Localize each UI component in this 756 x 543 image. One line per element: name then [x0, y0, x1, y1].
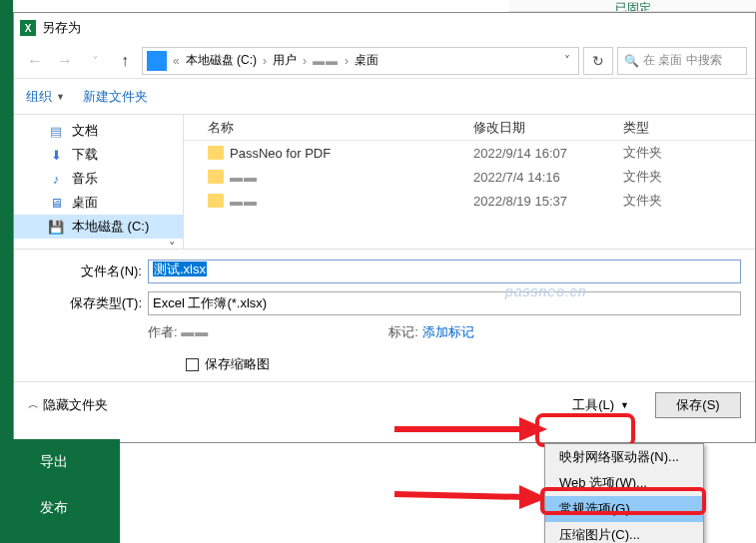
folder-icon — [208, 146, 224, 160]
author-value[interactable]: ▬▬ — [181, 324, 209, 339]
drive-icon: 💾 — [48, 219, 64, 235]
hide-folders-toggle[interactable]: ︿ 隐藏文件夹 — [28, 396, 108, 414]
file-row[interactable]: ▬▬ 2022/8/19 15:37 文件夹 — [184, 189, 755, 213]
download-icon: ⬇ — [48, 147, 64, 163]
backstage-menu: 导出 发布 — [0, 439, 120, 543]
folder-tree: ▤文档 ⬇下载 ♪音乐 🖥桌面 💾本地磁盘 (C:) ˅ — [14, 115, 184, 249]
breadcrumb-dropdown-icon[interactable]: ˅ — [556, 54, 578, 68]
tools-dropdown: 映射网络驱动器(N)... Web 选项(W)... 常规选项(G)... 压缩… — [544, 443, 704, 543]
filename-label: 文件名(N): — [28, 263, 148, 280]
chevron-right-icon: › — [301, 54, 309, 68]
column-header-name[interactable]: 名称 — [184, 119, 473, 137]
annotation-arrow — [389, 474, 549, 514]
desktop-icon: 🖥 — [48, 195, 64, 211]
new-folder-button[interactable]: 新建文件夹 — [83, 88, 148, 106]
sidebar-item-desktop[interactable]: 🖥桌面 — [14, 191, 183, 215]
search-icon: 🔍 — [624, 54, 639, 68]
drive-icon — [147, 51, 167, 71]
sidebar-item-downloads[interactable]: ⬇下载 — [14, 143, 183, 167]
chevron-right-icon: › — [343, 54, 351, 68]
pinned-fragment: 已固定 — [509, 0, 756, 12]
sidebar-item-music[interactable]: ♪音乐 — [14, 167, 183, 191]
menu-web-options[interactable]: Web 选项(W)... — [545, 470, 703, 496]
organize-button[interactable]: 组织▼ — [26, 88, 65, 106]
column-header-type[interactable]: 类型 — [623, 119, 713, 137]
search-input[interactable]: 🔍 在 桌面 中搜索 — [617, 47, 747, 75]
svg-line-2 — [394, 494, 524, 497]
nav-back-icon[interactable]: ← — [22, 48, 48, 74]
chevron-up-icon: ︿ — [28, 397, 39, 412]
save-as-dialog: X 另存为 ← → ˅ ↑ « 本地磁盘 (C:) › 用户 › ▬▬ › 桌面… — [13, 12, 756, 443]
chevron-down-icon: ▼ — [56, 92, 65, 102]
sidebar-scroll-down-icon[interactable]: ˅ — [164, 239, 180, 249]
savetype-select[interactable]: Excel 工作簿(*.xlsx) — [148, 291, 741, 315]
chevron-right-icon: « — [171, 54, 182, 68]
menu-compress-pics[interactable]: 压缩图片(C)... — [545, 522, 703, 543]
file-row[interactable]: ▬▬ 2022/7/4 14:16 文件夹 — [184, 165, 755, 189]
menu-general-options[interactable]: 常规选项(G)... — [545, 496, 703, 522]
document-icon: ▤ — [48, 123, 64, 139]
tools-button[interactable]: 工具(L)▼ — [562, 392, 639, 418]
nav-recent-icon[interactable]: ˅ — [82, 48, 108, 74]
search-placeholder: 在 桌面 中搜索 — [643, 52, 722, 69]
music-icon: ♪ — [48, 171, 64, 187]
breadcrumb[interactable]: « 本地磁盘 (C:) › 用户 › ▬▬ › 桌面 ˅ — [142, 47, 579, 75]
bc-desktop[interactable]: 桌面 — [351, 52, 382, 69]
folder-icon — [208, 170, 224, 184]
refresh-button[interactable]: ↻ — [583, 47, 613, 75]
savetype-label: 保存类型(T): — [28, 294, 148, 312]
tag-label: 标记: — [388, 324, 418, 339]
svg-marker-3 — [519, 485, 547, 509]
titlebar: X 另存为 — [14, 13, 755, 43]
nav-forward-icon: → — [52, 48, 78, 74]
bc-user-blurred[interactable]: ▬▬ — [309, 54, 343, 68]
nav-up-icon[interactable]: ↑ — [112, 48, 138, 74]
menu-map-drive[interactable]: 映射网络驱动器(N)... — [545, 444, 703, 470]
excel-icon: X — [20, 20, 36, 36]
file-row[interactable]: PassNeo for PDF 2022/9/14 16:07 文件夹 — [184, 141, 755, 165]
chevron-down-icon: ▼ — [620, 400, 629, 410]
chevron-right-icon: › — [261, 54, 269, 68]
bc-users[interactable]: 用户 — [269, 52, 301, 69]
column-header-date[interactable]: 修改日期 — [473, 119, 623, 137]
dialog-title: 另存为 — [42, 19, 81, 37]
sidebar-item-documents[interactable]: ▤文档 — [14, 119, 183, 143]
filename-input[interactable]: 测试.xlsx — [148, 260, 741, 283]
backstage-export[interactable]: 导出 — [40, 439, 120, 485]
folder-icon — [208, 194, 224, 208]
sidebar-item-drive-c[interactable]: 💾本地磁盘 (C:) — [14, 215, 183, 239]
save-button[interactable]: 保存(S) — [655, 392, 741, 418]
backstage-publish[interactable]: 发布 — [40, 485, 120, 531]
file-list: 名称 修改日期 类型 PassNeo for PDF 2022/9/14 16:… — [184, 115, 755, 249]
bc-drive[interactable]: 本地磁盘 (C:) — [182, 52, 261, 69]
thumbnail-label: 保存缩略图 — [205, 355, 270, 373]
add-tag-link[interactable]: 添加标记 — [422, 324, 474, 339]
thumbnail-checkbox[interactable] — [186, 358, 199, 371]
author-label: 作者: — [148, 324, 178, 339]
